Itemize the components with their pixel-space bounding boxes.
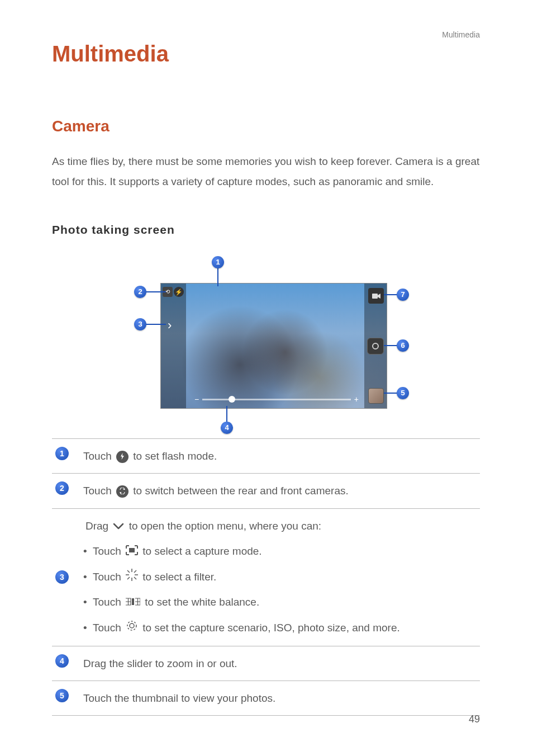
- svg-rect-1: [129, 548, 135, 552]
- row-marker-2: 2: [55, 481, 69, 495]
- page-title: Multimedia: [52, 41, 169, 67]
- svg-point-11: [130, 623, 134, 628]
- filter-icon: [126, 568, 138, 587]
- section-title: Camera: [52, 117, 110, 135]
- row3-b1-post: to select a capture mode.: [142, 545, 261, 557]
- white-balance-icon: [126, 594, 140, 612]
- row3-b4-pre: Touch: [93, 622, 124, 634]
- flash-icon: [116, 451, 129, 463]
- row-marker-1: 1: [55, 447, 69, 460]
- row1-pre: Touch: [83, 450, 115, 462]
- switch-camera-icon: [116, 485, 129, 498]
- camera-viewfinder: ⟲ ⚡ › − +: [160, 283, 387, 409]
- zoom-minus-icon: −: [194, 395, 199, 404]
- camera-right-toolbar: [364, 284, 387, 408]
- row5-text: Touch the thumbnail to view your photos.: [83, 689, 480, 707]
- capture-mode-icon: [126, 542, 138, 561]
- callout-marker-2: 2: [134, 286, 146, 298]
- svg-line-7: [134, 577, 136, 579]
- zoom-plus-icon: +: [354, 395, 359, 404]
- callout-marker-4: 4: [221, 422, 233, 434]
- svg-point-12: [127, 621, 136, 630]
- row2-pre: Touch: [83, 485, 115, 497]
- row3-b2-post: to select a filter.: [142, 571, 216, 583]
- row4-text: Drag the slider to zoom in or out.: [83, 654, 480, 673]
- row3-b1-pre: Touch: [93, 545, 124, 557]
- options-chevron-icon[interactable]: ›: [168, 318, 172, 333]
- zoom-slider[interactable]: − +: [194, 394, 359, 405]
- table-row: 3 Drag to open the option menu, where yo…: [52, 508, 480, 646]
- callout-table: 1 Touch to set flash mode. 2 Touch to sw…: [52, 438, 480, 716]
- svg-line-8: [134, 570, 136, 573]
- callout-marker-1: 1: [212, 256, 224, 268]
- row3-b4-post: to set the capture scenario, ISO, photo …: [142, 622, 399, 634]
- subsection-title: Photo taking screen: [52, 223, 175, 237]
- svg-line-6: [127, 570, 130, 573]
- row3-intro-pre: Drag: [85, 520, 111, 532]
- table-row: 1 Touch to set flash mode.: [52, 438, 480, 473]
- row-marker-3: 3: [55, 570, 69, 584]
- chevron-down-icon: [113, 517, 124, 536]
- callout-marker-3: 3: [134, 318, 146, 330]
- row2-post: to switch between the rear and front cam…: [133, 485, 348, 497]
- svg-rect-0: [372, 294, 378, 299]
- header-breadcrumb: Multimedia: [442, 30, 480, 39]
- intro-paragraph: As time flies by, there must be some mem…: [52, 152, 480, 192]
- row3-b2-pre: Touch: [93, 571, 124, 583]
- row3-b3-pre: Touch: [93, 596, 124, 608]
- row-marker-5: 5: [55, 689, 69, 702]
- svg-rect-10: [132, 598, 134, 605]
- table-row: 5 Touch the thumbnail to view your photo…: [52, 681, 480, 716]
- callout-marker-6: 6: [397, 339, 409, 352]
- camera-screenshot-diagram: ⟲ ⚡ › − + 1 2 3 4 5 6 7: [118, 256, 415, 429]
- svg-line-9: [127, 577, 130, 579]
- row3-b3-post: to set the white balance.: [145, 596, 259, 608]
- page-number: 49: [469, 714, 480, 725]
- video-mode-icon[interactable]: [368, 288, 384, 304]
- callout-marker-7: 7: [397, 289, 409, 301]
- row-marker-4: 4: [55, 654, 69, 668]
- shutter-button[interactable]: [367, 338, 384, 355]
- gallery-thumbnail[interactable]: [368, 388, 384, 404]
- flash-icon[interactable]: ⚡: [174, 287, 184, 297]
- table-row: 4 Drag the slider to zoom in or out.: [52, 646, 480, 681]
- callout-marker-5: 5: [397, 387, 409, 399]
- camera-left-toolbar: ⟲ ⚡ ›: [161, 284, 186, 408]
- settings-gear-icon: [126, 619, 138, 637]
- table-row: 2 Touch to switch between the rear and f…: [52, 473, 480, 508]
- row1-post: to set flash mode.: [133, 450, 217, 462]
- row3-intro-post: to open the option menu, where you can:: [129, 520, 321, 532]
